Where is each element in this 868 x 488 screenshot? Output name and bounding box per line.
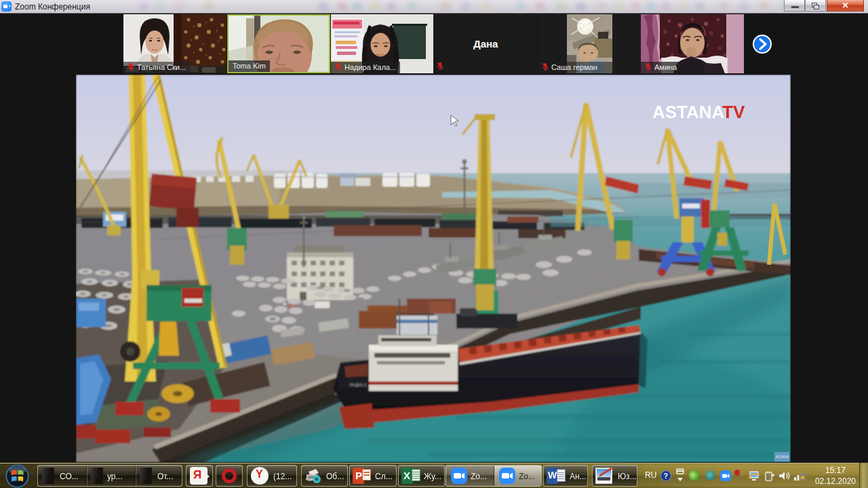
svg-text:?: ? xyxy=(664,472,669,480)
svg-text:РАДКА 1: РАДКА 1 xyxy=(350,383,367,387)
svg-text:TV: TV xyxy=(722,102,745,122)
svg-text:ASTANA: ASTANA xyxy=(652,102,725,122)
svg-text:ASTANA: ASTANA xyxy=(776,455,789,459)
